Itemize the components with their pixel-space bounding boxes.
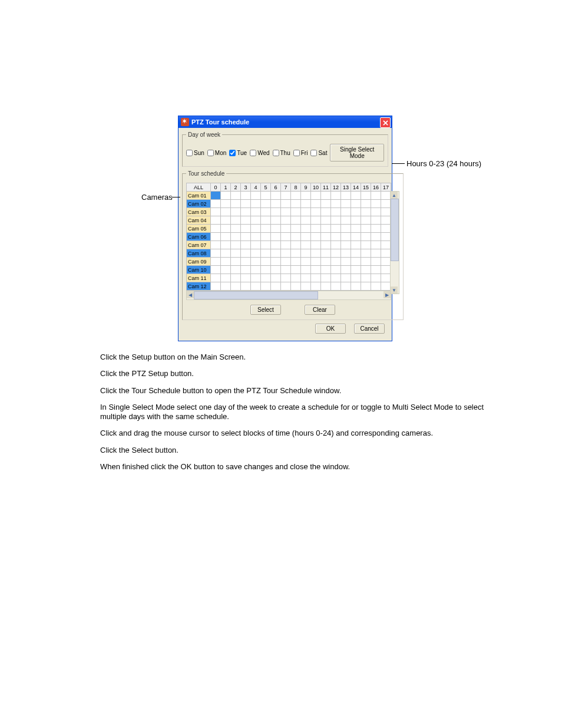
grid-cell[interactable]: [361, 249, 371, 258]
grid-cell[interactable]: [341, 208, 351, 216]
grid-cell[interactable]: [361, 225, 371, 233]
grid-cell[interactable]: [291, 233, 301, 241]
grid-cell[interactable]: [211, 225, 221, 233]
grid-cell[interactable]: [331, 258, 341, 266]
grid-cell[interactable]: [321, 216, 331, 225]
grid-cell[interactable]: [341, 241, 351, 249]
grid-cell[interactable]: [371, 266, 381, 274]
grid-cell[interactable]: [321, 274, 331, 282]
grid-cell[interactable]: [271, 208, 281, 216]
grid-cell[interactable]: [381, 200, 391, 208]
grid-cell[interactable]: [271, 274, 281, 282]
grid-cell[interactable]: [341, 233, 351, 241]
hour-column-header[interactable]: 12: [331, 183, 341, 192]
day-checkbox-sat[interactable]: Sat: [310, 150, 327, 156]
camera-row-header[interactable]: Cam 07: [187, 241, 211, 249]
grid-cell[interactable]: [261, 282, 271, 291]
grid-cell[interactable]: [261, 249, 271, 258]
grid-cell[interactable]: [241, 225, 251, 233]
camera-row-header[interactable]: Cam 01: [187, 192, 211, 200]
grid-cell[interactable]: [371, 233, 381, 241]
grid-cell[interactable]: [221, 249, 231, 258]
grid-cell[interactable]: [311, 216, 321, 225]
grid-cell[interactable]: [211, 258, 221, 266]
grid-cell[interactable]: [251, 266, 261, 274]
grid-cell[interactable]: [381, 225, 391, 233]
day-checkbox-sun[interactable]: Sun: [186, 150, 204, 156]
grid-cell[interactable]: [231, 258, 241, 266]
grid-cell[interactable]: [321, 258, 331, 266]
grid-cell[interactable]: [341, 216, 351, 225]
grid-cell[interactable]: [341, 200, 351, 208]
grid-cell[interactable]: [231, 208, 241, 216]
grid-cell[interactable]: [281, 258, 291, 266]
grid-cell[interactable]: [331, 266, 341, 274]
grid-cell[interactable]: [251, 274, 261, 282]
grid-cell[interactable]: [341, 266, 351, 274]
grid-cell[interactable]: [361, 192, 371, 200]
grid-cell[interactable]: [221, 258, 231, 266]
grid-cell[interactable]: [231, 249, 241, 258]
day-checkbox-input[interactable]: [250, 150, 256, 156]
grid-cell[interactable]: [351, 258, 361, 266]
grid-cell[interactable]: [331, 249, 341, 258]
grid-cell[interactable]: [331, 208, 341, 216]
grid-cell[interactable]: [351, 282, 361, 291]
day-checkbox-input[interactable]: [186, 150, 193, 156]
grid-cell[interactable]: [381, 249, 391, 258]
grid-cell[interactable]: [331, 216, 341, 225]
grid-cell[interactable]: [311, 274, 321, 282]
grid-cell[interactable]: [371, 274, 381, 282]
grid-cell[interactable]: [301, 200, 311, 208]
grid-cell[interactable]: [281, 266, 291, 274]
hour-column-header[interactable]: 16: [371, 183, 381, 192]
grid-cell[interactable]: [351, 216, 361, 225]
grid-cell[interactable]: [351, 233, 361, 241]
grid-cell[interactable]: [371, 216, 381, 225]
grid-cell[interactable]: [371, 249, 381, 258]
grid-cell[interactable]: [291, 241, 301, 249]
grid-cell[interactable]: [301, 274, 311, 282]
grid-cell[interactable]: [351, 200, 361, 208]
grid-cell[interactable]: [231, 266, 241, 274]
grid-cell[interactable]: [291, 274, 301, 282]
grid-cell[interactable]: [341, 258, 351, 266]
hour-column-header[interactable]: 10: [311, 183, 321, 192]
grid-cell[interactable]: [331, 282, 341, 291]
grid-cell[interactable]: [291, 258, 301, 266]
scroll-left-icon[interactable]: ◀: [187, 291, 194, 298]
grid-cell[interactable]: [281, 225, 291, 233]
grid-cell[interactable]: [381, 258, 391, 266]
grid-cell[interactable]: [241, 266, 251, 274]
grid-cell[interactable]: [321, 266, 331, 274]
grid-cell[interactable]: [241, 208, 251, 216]
hour-column-header[interactable]: 8: [291, 183, 301, 192]
camera-row-header[interactable]: Cam 04: [187, 216, 211, 225]
grid-cell[interactable]: [261, 216, 271, 225]
grid-cell[interactable]: [231, 241, 241, 249]
grid-cell[interactable]: [251, 258, 261, 266]
grid-cell[interactable]: [231, 192, 241, 200]
grid-cell[interactable]: [291, 249, 301, 258]
hour-column-header[interactable]: 15: [361, 183, 371, 192]
grid-cell[interactable]: [271, 258, 281, 266]
grid-cell[interactable]: [251, 241, 261, 249]
grid-cell[interactable]: [221, 200, 231, 208]
select-mode-button[interactable]: Single Select Mode: [330, 144, 384, 162]
grid-cell[interactable]: [211, 282, 221, 291]
grid-cell[interactable]: [301, 216, 311, 225]
grid-cell[interactable]: [301, 241, 311, 249]
day-checkbox-mon[interactable]: Mon: [207, 150, 226, 156]
grid-cell[interactable]: [381, 192, 391, 200]
grid-cell[interactable]: [331, 274, 341, 282]
hour-column-header[interactable]: 9: [301, 183, 311, 192]
grid-cell[interactable]: [221, 216, 231, 225]
grid-cell[interactable]: [291, 216, 301, 225]
grid-cell[interactable]: [231, 225, 241, 233]
grid-cell[interactable]: [311, 258, 321, 266]
camera-row-header[interactable]: Cam 09: [187, 258, 211, 266]
camera-row-header[interactable]: Cam 08: [187, 249, 211, 258]
grid-cell[interactable]: [381, 282, 391, 291]
grid-cell[interactable]: [251, 233, 261, 241]
hour-column-header[interactable]: 5: [261, 183, 271, 192]
